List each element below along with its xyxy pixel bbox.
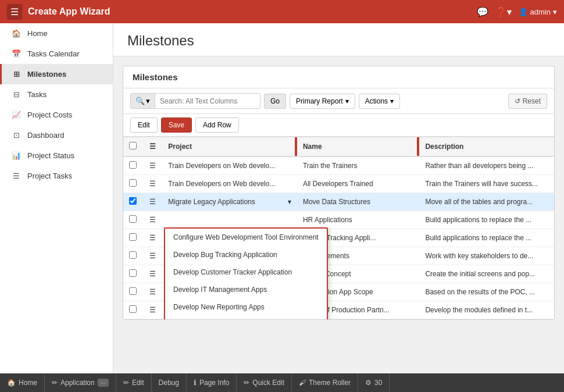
sidebar-item-tasks-calendar[interactable]: 📅 Tasks Calendar: [0, 44, 113, 64]
reset-label: Reset: [523, 97, 541, 105]
row-checkbox-cell[interactable]: [123, 211, 144, 229]
row-description-value: Work with key stakeholders to de...: [425, 252, 533, 260]
select-all-checkbox[interactable]: [129, 142, 137, 149]
statusbar-quick-edit[interactable]: ✏ Quick Edit: [237, 373, 292, 392]
search-input[interactable]: [155, 94, 260, 108]
reset-button[interactable]: ↺ Reset: [508, 94, 547, 109]
row-menu-cell[interactable]: ☰: [144, 175, 163, 193]
save-button[interactable]: Save: [161, 117, 192, 133]
user-icon: 👤: [519, 8, 528, 16]
row-menu-icon[interactable]: ☰: [149, 198, 156, 206]
row-menu-cell[interactable]: ☰: [144, 193, 163, 211]
row-menu-icon[interactable]: ☰: [149, 180, 156, 188]
row-menu-cell[interactable]: ☰: [144, 229, 163, 247]
dropdown-item[interactable]: Develop Partner Portal POC: [165, 316, 327, 319]
row-checkbox-cell[interactable]: [123, 283, 144, 301]
header-name[interactable]: Name: [297, 137, 420, 157]
row-checkbox-cell[interactable]: [123, 175, 144, 193]
header-project[interactable]: Project: [162, 137, 297, 157]
row-menu-icon[interactable]: ☰: [149, 252, 156, 260]
statusbar-settings[interactable]: ⚙ 30: [358, 373, 390, 392]
hamburger-button[interactable]: ☰: [7, 4, 22, 20]
row-checkbox-cell[interactable]: [123, 229, 144, 247]
row-description-value: Build applications to replace the ...: [425, 234, 531, 242]
row-checkbox-cell[interactable]: [123, 156, 144, 175]
sidebar-item-tasks[interactable]: ⊟ Tasks: [0, 84, 113, 105]
row-description-cell: Develop the modules defined in t...: [419, 301, 554, 319]
project-dropdown[interactable]: Configure Web Development Tool Environme…: [164, 227, 328, 319]
row-menu-icon[interactable]: ☰: [149, 288, 156, 296]
sidebar-item-project-status[interactable]: 📊 Project Status: [0, 145, 113, 166]
statusbar-edit[interactable]: ✏ Edit: [116, 373, 152, 392]
row-checkbox[interactable]: [129, 251, 137, 259]
row-menu-cell[interactable]: ☰: [144, 156, 163, 175]
statusbar-debug[interactable]: Debug: [152, 373, 187, 392]
row-menu-icon[interactable]: ☰: [149, 270, 156, 278]
header-checkbox[interactable]: [123, 137, 144, 157]
row-menu-icon[interactable]: ☰: [149, 306, 156, 314]
sidebar-item-home[interactable]: 🏠 Home: [0, 23, 113, 44]
admin-menu[interactable]: 👤 admin ▾: [519, 8, 557, 16]
admin-label: admin: [530, 8, 551, 16]
statusbar-theme-roller[interactable]: 🖌 Theme Roller: [292, 373, 358, 392]
search-type-button[interactable]: 🔍 ▾: [131, 94, 155, 108]
row-name-value: HR Applications: [303, 216, 352, 224]
row-checkbox-cell[interactable]: [123, 265, 144, 283]
row-checkbox[interactable]: [129, 233, 137, 241]
main-layout: 🏠 Home 📅 Tasks Calendar ⊞ Milestones ⊟ T…: [0, 23, 564, 373]
dropdown-item[interactable]: Develop New Reporting Apps: [165, 298, 327, 316]
row-menu-cell[interactable]: ☰: [144, 211, 163, 229]
help-icon[interactable]: ❓▾: [495, 6, 512, 17]
statusbar-page-info[interactable]: ℹ Page Info: [187, 373, 237, 392]
row-description-cell: Work with key stakeholders to de...: [419, 247, 554, 265]
sidebar-item-dashboard[interactable]: ⊡ Dashboard: [0, 125, 113, 145]
add-row-button[interactable]: Add Row: [195, 117, 239, 133]
header-description[interactable]: Description: [419, 137, 554, 157]
row-name-value: Move Data Structures: [303, 198, 370, 206]
dropdown-item[interactable]: Develop Customer Tracker Application: [165, 263, 327, 281]
dropdown-item[interactable]: Develop Bug Tracking Application: [165, 246, 327, 263]
row-menu-cell[interactable]: ☰: [144, 283, 163, 301]
chat-icon[interactable]: 💬: [477, 6, 488, 17]
sidebar-item-label: Milestones: [27, 70, 66, 79]
chevron-down-icon: ▾: [146, 97, 150, 105]
row-checkbox-cell[interactable]: [123, 247, 144, 265]
row-checkbox[interactable]: [129, 215, 137, 223]
dropdown-item[interactable]: Configure Web Development Tool Environme…: [165, 229, 327, 246]
sidebar-item-label: Project Costs: [27, 111, 72, 119]
row-menu-icon[interactable]: ☰: [149, 234, 156, 242]
sidebar-item-milestones[interactable]: ⊞ Milestones: [0, 64, 113, 84]
sidebar-item-project-costs[interactable]: 📈 Project Costs: [0, 105, 113, 125]
milestones-panel: Milestones 🔍 ▾ Go Primary Report ▾: [123, 66, 555, 320]
row-menu-cell[interactable]: ☰: [144, 247, 163, 265]
row-menu-icon[interactable]: ☰: [149, 216, 156, 224]
go-button[interactable]: Go: [264, 94, 286, 109]
dropdown-toggle-icon[interactable]: ▾: [288, 198, 291, 206]
row-checkbox-cell[interactable]: [123, 301, 144, 319]
actions-button[interactable]: Actions ▾: [359, 94, 400, 109]
row-checkbox[interactable]: [129, 161, 137, 169]
row-name-value: All Developers Trained: [303, 180, 373, 188]
statusbar-home[interactable]: 🏠 Home: [0, 373, 45, 392]
report-select[interactable]: Primary Report ▾: [290, 94, 355, 109]
row-checkbox[interactable]: [129, 179, 137, 187]
row-checkbox[interactable]: [129, 305, 137, 313]
row-menu-cell[interactable]: ☰: [144, 265, 163, 283]
search-icon: 🔍: [135, 97, 145, 105]
table-row[interactable]: ☰ Train Developers on Web develo... All …: [123, 175, 554, 193]
table-row[interactable]: ☰ Train Developers on Web develo... Trai…: [123, 156, 554, 175]
row-menu-cell[interactable]: ☰: [144, 301, 163, 319]
statusbar-application[interactable]: ✏ Application ···: [45, 373, 116, 392]
table-row[interactable]: ☰ HR Applications Build applications to …: [123, 211, 554, 229]
row-checkbox[interactable]: [129, 287, 137, 295]
edit-button[interactable]: Edit: [130, 117, 158, 133]
row-project-cell: Train Developers on Web develo...: [162, 175, 297, 193]
sidebar-item-project-tasks[interactable]: ☰ Project Tasks: [0, 166, 113, 186]
row-menu-icon[interactable]: ☰: [149, 162, 156, 170]
row-checkbox[interactable]: [129, 269, 137, 277]
project-status-icon: 📊: [11, 151, 22, 160]
dropdown-item[interactable]: Develop IT Management Apps: [165, 281, 327, 298]
row-checkbox[interactable]: [129, 197, 137, 205]
table-row[interactable]: ☰ Migrate Legacy Applications ▾ Move Dat…: [123, 193, 554, 211]
row-checkbox-cell[interactable]: [123, 193, 144, 211]
